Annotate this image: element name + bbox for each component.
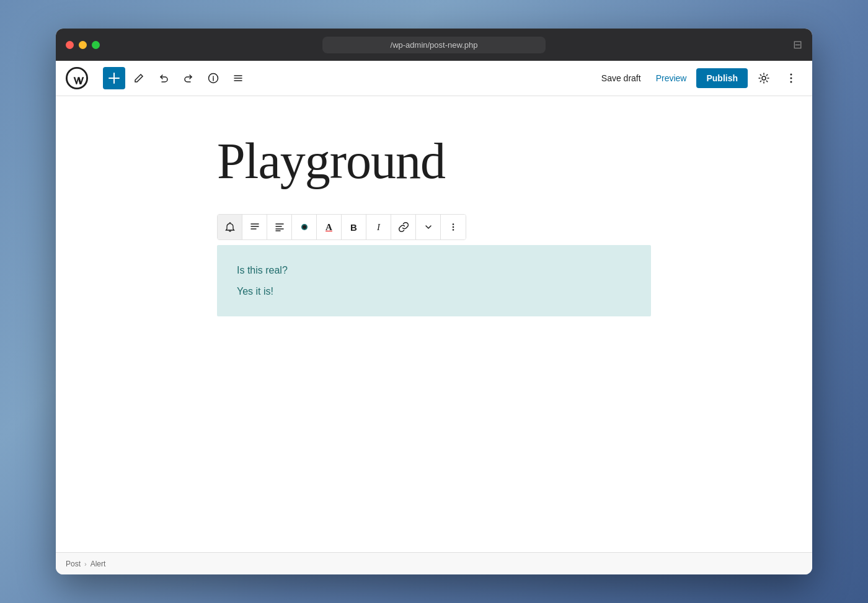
title-bar-controls-icon: ⊟ <box>793 38 802 51</box>
info-button[interactable] <box>202 67 224 89</box>
block-toolbar-text-color[interactable] <box>292 215 317 239</box>
save-draft-button[interactable]: Save draft <box>596 69 646 87</box>
traffic-light-green[interactable] <box>92 41 100 49</box>
post-title[interactable]: Playground <box>217 133 651 189</box>
traffic-light-red[interactable] <box>66 41 74 49</box>
block-toolbar-align[interactable] <box>267 215 292 239</box>
svg-point-3 <box>762 76 766 80</box>
alert-line-1: Is this real? <box>237 262 631 279</box>
wp-logo[interactable] <box>66 67 93 89</box>
url-text: /wp-admin/post-new.php <box>391 40 478 50</box>
alert-block[interactable]: Is this real? Yes it is! <box>217 245 651 316</box>
publish-button[interactable]: Publish <box>696 68 748 88</box>
breadcrumb-bar: Post › Alert <box>56 552 812 574</box>
svg-point-8 <box>303 225 306 229</box>
preview-button[interactable]: Preview <box>651 69 692 87</box>
svg-point-5 <box>790 78 792 79</box>
block-toolbar-link[interactable] <box>391 215 416 239</box>
breadcrumb-post[interactable]: Post <box>66 560 81 568</box>
undo-button[interactable] <box>153 67 175 89</box>
block-toolbar-font-color[interactable]: A <box>317 215 342 239</box>
svg-point-9 <box>453 223 454 225</box>
traffic-lights <box>66 41 100 49</box>
block-toolbar-italic[interactable]: I <box>366 215 391 239</box>
block-toolbar-paragraph[interactable] <box>242 215 267 239</box>
more-options-button[interactable] <box>780 67 802 89</box>
svg-point-11 <box>453 229 454 231</box>
block-toolbar-bold[interactable]: B <box>342 215 366 239</box>
edit-button[interactable] <box>128 67 150 89</box>
breadcrumb-alert[interactable]: Alert <box>91 560 106 568</box>
block-toolbar-bell[interactable] <box>218 215 242 239</box>
title-bar: /wp-admin/post-new.php ⊟ <box>56 29 812 61</box>
block-toolbar-chevron[interactable] <box>416 215 441 239</box>
breadcrumb-separator: › <box>84 560 87 568</box>
settings-button[interactable] <box>753 67 775 89</box>
url-bar[interactable]: /wp-admin/post-new.php <box>322 37 546 53</box>
block-toolbar-more-vertical[interactable] <box>441 215 466 239</box>
alert-line-2: Yes it is! <box>237 284 631 300</box>
toolbar-right: Save draft Preview Publish <box>596 67 802 89</box>
traffic-light-yellow[interactable] <box>79 41 87 49</box>
svg-point-10 <box>453 226 454 228</box>
editor-toolbar: Save draft Preview Publish <box>56 61 812 96</box>
list-view-button[interactable] <box>227 67 249 89</box>
editor-area[interactable]: Playground <box>56 96 812 552</box>
breadcrumb: Post › Alert <box>66 560 105 568</box>
block-toolbar: A B I <box>217 214 466 240</box>
svg-point-6 <box>790 81 792 83</box>
editor-content: Playground <box>205 96 663 341</box>
title-bar-right: ⊟ <box>793 38 802 51</box>
browser-window: /wp-admin/post-new.php ⊟ <box>56 29 812 574</box>
svg-point-4 <box>790 74 792 76</box>
add-block-button[interactable] <box>103 67 125 89</box>
redo-button[interactable] <box>177 67 200 89</box>
